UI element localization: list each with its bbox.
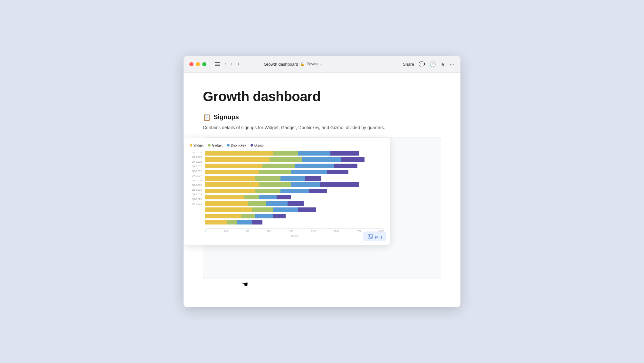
bar-row-q3-2017 [205,176,384,181]
legend-label-gadget: Gadget [212,144,223,147]
bar-doohickey [298,151,330,156]
bar-gadget [241,214,255,218]
y-label: Q1-2020 [190,198,202,201]
bar-widget [205,182,259,187]
x-axis: 0 250 500 750 1000 1250 1500 1750 2000 [205,228,384,232]
bar-row-q3-2018 [205,195,384,199]
bar-doohickey [237,220,251,224]
chart-container: Widget Gadget Doohickey Gizmo [203,138,441,279]
bar-gizmo [305,176,321,181]
y-label: Q4-2015 [190,156,202,158]
title-bar: ‹ › + Growth dashboard 🔒 Private ⌄ Share… [184,56,460,73]
bar-widget [205,176,255,181]
bar-widget [205,220,227,224]
y-label: Q3-2018 [190,184,202,186]
section-heading: 📋 Signups [203,113,441,121]
y-label: Q4-2021 [190,202,202,205]
chart-legend: Widget Gadget Doohickey Gizmo [190,144,384,147]
traffic-lights [189,62,206,66]
privacy-badge[interactable]: Private ⌄ [307,62,322,66]
bar-gizmo [320,182,359,187]
bar-gadget [252,207,273,212]
bar-gadget [259,182,291,187]
bar-gizmo [341,157,365,162]
tab-title: Growth dashboard [264,62,298,67]
maximize-button[interactable] [202,62,206,66]
bars-container: 0 250 500 750 1000 1250 1500 1750 2000 C… [205,151,384,238]
bar-gadget [244,195,259,199]
x-tick: 1000 [289,230,294,232]
bar-doohickey [273,207,298,212]
bar-row-q4-2021 [205,220,384,224]
chart-body: Q2-2015 Q4-2015 Q4-2016 Q1-2017 Q3-2017 … [190,151,384,238]
bar-row-q1-2019 [205,201,384,206]
y-label: Q2-2015 [190,151,202,154]
bar-row-q4-2016 [205,164,384,168]
x-tick: 1750 [356,230,362,232]
y-axis: Q2-2015 Q4-2015 Q4-2016 Q1-2017 Q3-2017 … [190,151,203,238]
bar-gadget [227,220,237,224]
bar-row-q4-2017 [205,182,384,187]
legend-label-doohickey: Doohickey [231,144,246,147]
bar-gadget [259,170,291,174]
nav-icons: ‹ › + [213,60,241,68]
forward-button[interactable]: › [229,60,233,68]
legend-gadget: Gadget [208,144,223,147]
bar-gadget [255,176,280,181]
title-bar-right: Share 💬 🕐 ★ ⋯ [403,61,455,67]
bar-row-q1-2017 [205,170,384,174]
bar-gadget [248,201,266,206]
bar-doohickey [295,164,334,168]
legend-gizmo: Gizmo [251,144,264,147]
star-button[interactable]: ★ [440,61,445,67]
bar-gizmo [298,207,316,212]
bar-gizmo [273,214,286,218]
title-bar-center: Growth dashboard 🔒 Private ⌄ [264,62,322,67]
x-tick: 0 [205,230,206,232]
svg-point-1 [369,235,370,236]
more-options-button[interactable]: ⋯ [450,61,455,67]
back-button[interactable]: ‹ [223,60,227,68]
y-label: Q1-2019 [190,188,202,191]
legend-dot-gizmo [251,144,253,147]
bar-gizmo [252,220,262,224]
bar-row-q1-2020 [205,214,384,218]
minimize-button[interactable] [196,62,200,66]
image-icon [368,234,373,239]
bar-gizmo [327,170,348,174]
add-button[interactable]: + [236,60,241,68]
lock-icon: 🔒 [300,62,305,66]
legend-widget: Widget [190,144,204,147]
legend-dot-doohickey [227,144,230,147]
close-button[interactable] [189,62,194,66]
x-tick: 1500 [334,230,339,232]
bar-widget [205,214,241,218]
bar-doohickey [302,157,341,162]
bar-gadget [255,189,280,193]
bar-doohickey [280,189,309,193]
y-label: Q3-2017 [190,170,202,173]
bar-widget [205,151,273,156]
chart-preview-card: Widget Gadget Doohickey Gizmo [184,138,390,245]
bar-gizmo [277,195,291,199]
comment-button[interactable]: 💬 [419,61,425,67]
legend-doohickey: Doohickey [227,144,246,147]
hamburger-menu-button[interactable] [213,61,221,67]
bar-row-q1-2018 [205,189,384,193]
browser-window: ‹ › + Growth dashboard 🔒 Private ⌄ Share… [184,56,460,307]
bar-row-q3-2019 [205,207,384,212]
y-label: Q3-2019 [190,193,202,196]
legend-label-widget: Widget [194,144,204,147]
y-label: Q4-2016 [190,160,202,163]
history-button[interactable]: 🕐 [430,61,436,67]
bar-gizmo [309,189,327,193]
x-tick: 750 [267,230,271,232]
page-title: Growth dashboard [203,89,441,104]
png-badge[interactable]: png [364,232,386,241]
bar-gizmo [288,201,304,206]
y-label: Q4-2017 [190,174,202,177]
section-title: Signups [213,113,239,121]
share-button[interactable]: Share [403,62,414,67]
bar-gizmo [334,164,357,168]
page-content: Growth dashboard 📋 Signups Contains deta… [184,73,460,299]
